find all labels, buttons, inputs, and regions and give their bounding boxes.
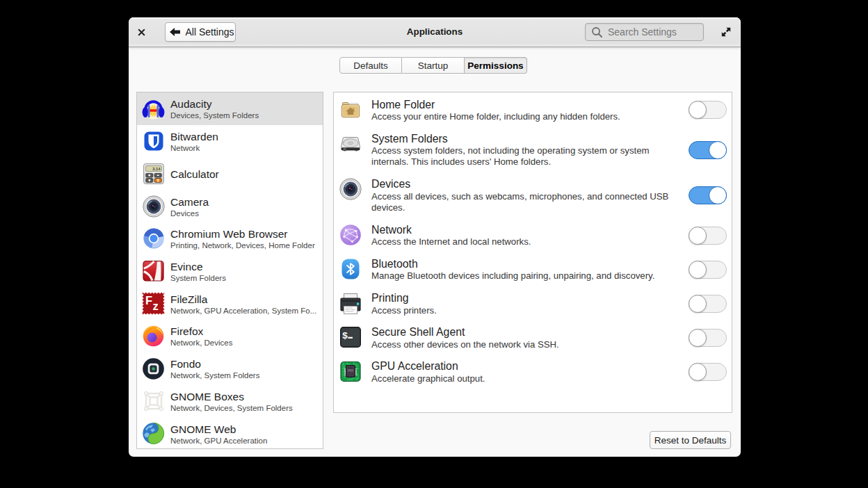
svg-text:F: F [145,294,152,307]
svg-text:3.14: 3.14 [152,167,161,171]
svg-text:P65: P65 [348,369,354,373]
svg-text:$: $ [342,330,348,341]
svg-text:z: z [153,300,159,312]
